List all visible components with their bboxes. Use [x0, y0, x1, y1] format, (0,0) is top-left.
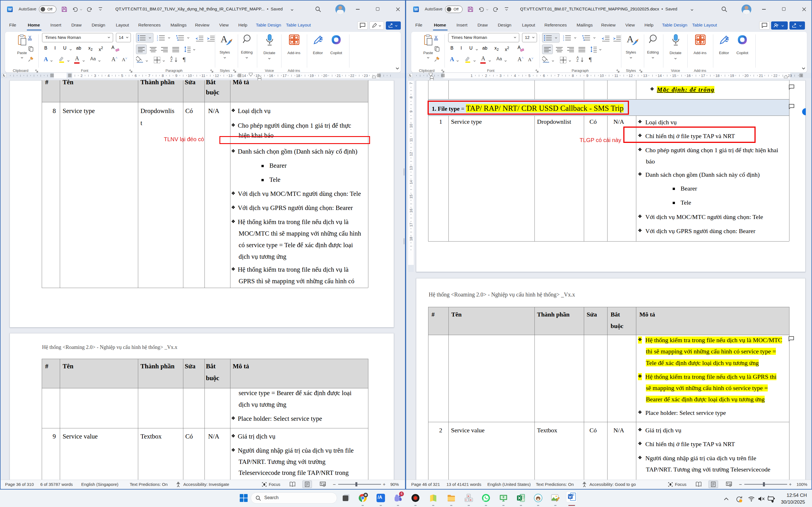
svg-text:1: 1 — [563, 35, 564, 37]
svg-text:3: 3 — [157, 39, 158, 41]
svg-text:2: 2 — [563, 37, 564, 39]
svg-text:u: u — [468, 495, 469, 497]
svg-text:1: 1 — [157, 35, 158, 37]
svg-text:3: 3 — [563, 39, 564, 41]
svg-text:n: n — [470, 499, 471, 501]
svg-text:i: i — [466, 499, 466, 501]
svg-text:2: 2 — [157, 37, 158, 39]
